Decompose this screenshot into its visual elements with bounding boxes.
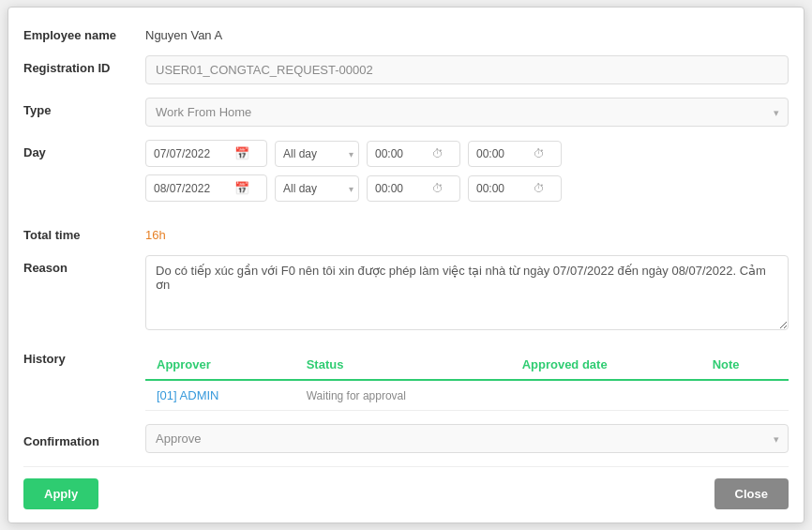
approver-link[interactable]: [01] ADMIN: [157, 388, 218, 402]
history-cell-approver: [01] ADMIN: [145, 380, 295, 411]
registration-id-row: Registration ID USER01_CONGTAC_REQUEST-0…: [23, 55, 789, 84]
day2-time1-field[interactable]: [375, 182, 427, 195]
day1-calendar-icon: 📅: [234, 146, 249, 160]
day2-date-field[interactable]: [154, 182, 229, 195]
day1-allday-select[interactable]: All dayCustom: [275, 141, 359, 167]
day1-row: 📅 All dayCustom ▾ ⏱ ⏱: [145, 140, 789, 167]
confirmation-select[interactable]: Approve Approve Reject: [145, 424, 789, 453]
day1-date-input[interactable]: 📅: [145, 140, 267, 167]
confirmation-row: Confirmation Approve Approve Reject ▾: [23, 424, 789, 453]
registration-id-value: USER01_CONGTAC_REQUEST-00002: [145, 55, 789, 84]
reason-textarea[interactable]: Do có tiếp xúc gần với F0 nên tôi xin đư…: [145, 255, 789, 330]
day2-allday-select[interactable]: All dayCustom: [275, 175, 359, 202]
total-time-value: 16h: [145, 222, 166, 242]
day1-time2-input[interactable]: ⏱: [468, 141, 562, 167]
apply-button[interactable]: Apply: [23, 478, 98, 509]
registration-id-label: Registration ID: [23, 55, 145, 75]
history-label: History: [23, 346, 145, 366]
confirmation-select-wrapper: Approve Approve Reject ▾: [145, 424, 789, 453]
confirmation-label: Confirmation: [23, 429, 145, 448]
day1-clock1-icon: ⏱: [432, 147, 444, 160]
day2-time2-field[interactable]: [476, 182, 528, 195]
table-row: [01] ADMIN Waiting for approval: [145, 380, 789, 411]
history-cell-approved-date: [511, 380, 701, 411]
close-button[interactable]: Close: [714, 478, 789, 509]
history-col-note: Note: [701, 350, 789, 380]
employee-name-label: Employee name: [23, 23, 145, 42]
day1-time1-field[interactable]: [375, 147, 427, 160]
day2-time1-input[interactable]: ⏱: [367, 175, 460, 202]
day2-date-input[interactable]: 📅: [145, 174, 267, 202]
day2-time2-input[interactable]: ⏱: [468, 175, 562, 202]
employee-name-value: Nguyen Van A: [145, 23, 789, 42]
history-cell-note: [701, 380, 789, 411]
employee-name-row: Employee name Nguyen Van A: [23, 23, 789, 42]
day2-clock1-icon: ⏱: [432, 182, 444, 195]
day1-time2-field[interactable]: [476, 147, 528, 160]
day2-calendar-icon: 📅: [234, 181, 249, 195]
status-badge: Waiting for approval: [307, 389, 406, 402]
type-label: Type: [23, 98, 145, 117]
day1-time1-input[interactable]: ⏱: [367, 141, 460, 167]
day1-allday-wrapper: All dayCustom ▾: [275, 141, 359, 167]
type-row: Type Work From Home ▾: [23, 98, 789, 127]
history-col-approver: Approver: [145, 350, 295, 380]
history-table: Approver Status Approved date Note [01] …: [145, 350, 789, 411]
history-section: Approver Status Approved date Note [01] …: [145, 346, 789, 411]
reason-label: Reason: [23, 255, 145, 275]
day1-date-field[interactable]: [154, 147, 229, 160]
total-time-label: Total time: [23, 222, 145, 242]
history-row: History Approver Status Approved date No…: [23, 346, 789, 411]
day-label: Day: [23, 140, 145, 159]
dialog-container: Employee name Nguyen Van A Registration …: [8, 7, 804, 523]
history-col-approved-date: Approved date: [511, 350, 701, 380]
history-cell-status: Waiting for approval: [295, 380, 511, 411]
day2-clock2-icon: ⏱: [534, 182, 545, 195]
history-col-status: Status: [295, 350, 511, 380]
type-select-wrapper: Work From Home ▾: [145, 98, 789, 127]
day2-row: 📅 All dayCustom ▾ ⏱ ⏱: [145, 174, 789, 202]
footer: Apply Close: [23, 466, 789, 522]
day2-allday-wrapper: All dayCustom ▾: [275, 175, 359, 202]
day-row: Day 📅 All dayCustom ▾ ⏱ ⏱: [23, 140, 789, 209]
reason-row: Reason Do có tiếp xúc gần với F0 nên tôi…: [23, 255, 789, 333]
history-header-row: Approver Status Approved date Note: [145, 350, 789, 380]
type-select[interactable]: Work From Home: [145, 98, 789, 127]
total-time-row: Total time 16h: [23, 222, 789, 242]
day1-clock2-icon: ⏱: [534, 147, 545, 160]
